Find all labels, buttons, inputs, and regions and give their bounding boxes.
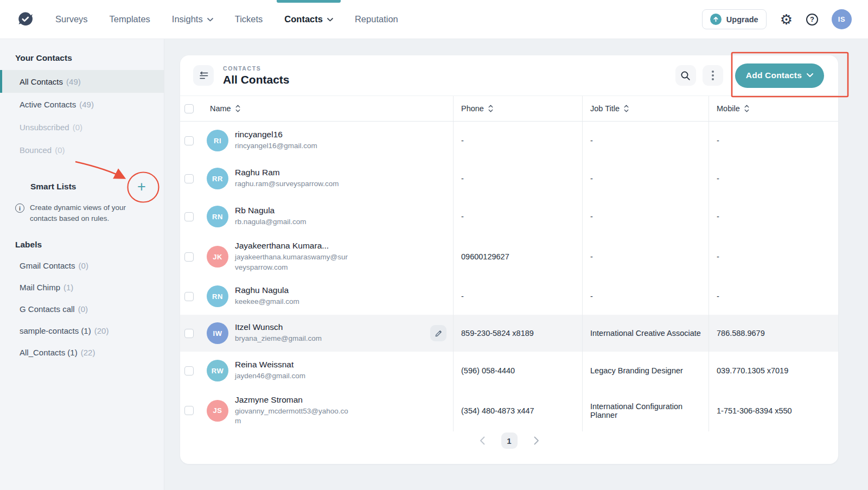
mobile-cell: 039.770.1305 x7019 (709, 352, 838, 390)
sort-icon[interactable] (235, 105, 240, 112)
row-checkbox[interactable] (184, 136, 194, 145)
mobile-cell: - (709, 278, 838, 315)
avatar: RI (207, 130, 228, 151)
nav-item-surveys[interactable]: Surveys (55, 0, 88, 39)
table-row[interactable]: IW Itzel Wunsch bryana_zieme@gmail.com 8… (180, 315, 838, 352)
next-page-button[interactable] (532, 434, 541, 447)
job-title-cell: - (582, 236, 709, 278)
contact-name[interactable]: Reina Weissnat (235, 360, 350, 370)
table-row[interactable]: RN Raghu Nagula keekee@gmail.com - - - (180, 278, 838, 315)
avatar: RW (207, 360, 228, 381)
nav-item-label: Templates (110, 14, 150, 24)
row-checkbox[interactable] (184, 329, 194, 338)
page-number-button[interactable]: 1 (501, 432, 518, 449)
app-logo[interactable] (16, 0, 35, 39)
sidebar-item-count: (1) (63, 283, 73, 292)
sidebar-item-unsubscribed[interactable]: Unsubscribed (0) (0, 116, 164, 138)
table-row[interactable]: RN Rb Nagula rb.nagula@gmail.com - - - (180, 198, 838, 236)
contact-email: jayakeerthana.kumaraswamy@surveysparrow.… (235, 252, 350, 272)
sidebar-item-label: Unsubscribed (20, 123, 69, 132)
row-checkbox[interactable] (184, 252, 194, 262)
sidebar-item-label: All_Contacts (1) (20, 348, 78, 357)
sort-icon[interactable] (744, 105, 749, 112)
labels-list: Gmail Contacts (0) Mail Chimp (1) G Cont… (0, 255, 164, 364)
column-header-label: Name (210, 104, 231, 113)
add-contacts-button[interactable]: Add Contacts (735, 63, 824, 88)
smart-lists-info-text: Create dynamic views of your contacts ba… (30, 202, 143, 225)
nav-item-label: Reputation (355, 14, 398, 24)
row-checkbox[interactable] (184, 406, 194, 415)
sort-icon[interactable] (624, 105, 629, 112)
table-row[interactable]: JK Jayakeerthana Kumara... jayakeerthana… (180, 236, 838, 278)
table-row[interactable]: RI rincyangel16 rincyangel16@gmail.com -… (180, 122, 838, 160)
table-row[interactable]: RW Reina Weissnat jayden46@gmail.com (59… (180, 352, 838, 390)
phone-cell: - (453, 122, 582, 160)
nav-item-tickets[interactable]: Tickets (235, 0, 263, 39)
labels-heading: Labels (0, 240, 164, 250)
phone-cell: - (453, 278, 582, 315)
nav-item-label: Contacts (284, 14, 323, 24)
mobile-cell: - (709, 160, 838, 198)
job-title-cell: International Configuration Planner (582, 390, 709, 431)
collapse-list-button[interactable] (193, 65, 214, 86)
label-item-gmail-contacts[interactable]: Gmail Contacts (0) (0, 255, 164, 277)
column-header-label: Mobile (717, 104, 740, 113)
column-header-phone[interactable]: Phone (453, 96, 582, 121)
search-button[interactable] (675, 65, 696, 86)
mobile-cell: - (709, 122, 838, 160)
avatar: RN (207, 285, 228, 307)
sort-icon[interactable] (488, 105, 493, 112)
contact-name[interactable]: Raghu Nagula (235, 285, 350, 295)
label-item-all-contacts-1[interactable]: All_Contacts (1) (22) (0, 342, 164, 364)
select-all-checkbox[interactable] (184, 104, 194, 113)
search-icon (680, 71, 691, 81)
contact-name[interactable]: Jayakeerthana Kumara... (235, 241, 350, 251)
nav-item-templates[interactable]: Templates (110, 0, 150, 39)
prev-page-button[interactable] (477, 434, 487, 447)
contact-name[interactable]: Rb Nagula (235, 206, 350, 215)
row-checkbox[interactable] (184, 366, 194, 376)
row-checkbox[interactable] (184, 174, 194, 183)
column-header-job-title[interactable]: Job Title (582, 96, 709, 121)
label-item-sample-contacts-1[interactable]: sample-contacts (1) (20) (0, 320, 164, 342)
sidebar-item-active-contacts[interactable]: Active Contacts (49) (0, 93, 164, 116)
contact-name[interactable]: Jazmyne Stroman (235, 395, 350, 405)
nav-item-label: Surveys (55, 14, 88, 24)
sidebar-item-count: (0) (73, 123, 82, 132)
name-cell: RW Reina Weissnat jayden46@gmail.com (180, 352, 453, 390)
contact-name[interactable]: Raghu Ram (235, 168, 350, 177)
help-icon[interactable]: ? (806, 14, 818, 26)
nav-item-reputation[interactable]: Reputation (355, 0, 398, 39)
sidebar-item-all-contacts[interactable]: All Contacts (49) (0, 70, 164, 93)
avatar: JS (207, 400, 228, 422)
contacts-panel-header: CONTACTS All Contacts Add Contacts (180, 55, 838, 96)
your-contacts-list: All Contacts (49) Active Contacts (49) U… (0, 70, 164, 161)
sidebar-item-label: Active Contacts (20, 100, 76, 109)
sidebar-item-count: (0) (78, 304, 88, 314)
settings-gear-icon[interactable]: ⚙ (780, 12, 793, 27)
nav-item-insights[interactable]: Insights (172, 0, 213, 39)
user-avatar[interactable]: IS (832, 9, 852, 29)
row-checkbox[interactable] (184, 212, 194, 221)
column-header-mobile[interactable]: Mobile (709, 96, 838, 121)
add-smart-list-button[interactable]: + (132, 177, 151, 196)
column-header-name[interactable]: Name (180, 96, 453, 121)
job-title-cell: Legacy Branding Designer (582, 352, 709, 390)
upgrade-button[interactable]: Upgrade (702, 9, 767, 29)
top-navigation: Surveys Templates Insights Tickets Conta… (0, 0, 868, 39)
edit-contact-button[interactable] (430, 325, 446, 341)
label-item-mail-chimp[interactable]: Mail Chimp (1) (0, 277, 164, 298)
contact-name[interactable]: Itzel Wunsch (235, 322, 350, 332)
more-options-button[interactable] (703, 65, 723, 86)
table-row[interactable]: JS Jazmyne Stroman giovanny_mcdermott53@… (180, 390, 838, 431)
sidebar-item-bounced[interactable]: Bounced (0) (0, 138, 164, 161)
sidebar-item-label: All Contacts (20, 77, 63, 86)
label-item-g-contacts-call[interactable]: G Contacts call (0) (0, 298, 164, 320)
sidebar-item-label: Gmail Contacts (20, 261, 75, 270)
sidebar-item-count: (49) (79, 100, 94, 109)
nav-item-contacts[interactable]: Contacts (284, 0, 333, 39)
row-checkbox[interactable] (184, 292, 194, 301)
table-row[interactable]: RR Raghu Ram raghu.ram@surveysparrow.com… (180, 160, 838, 198)
sidebar-item-count: (20) (94, 326, 109, 335)
contact-name[interactable]: rincyangel16 (235, 130, 350, 139)
